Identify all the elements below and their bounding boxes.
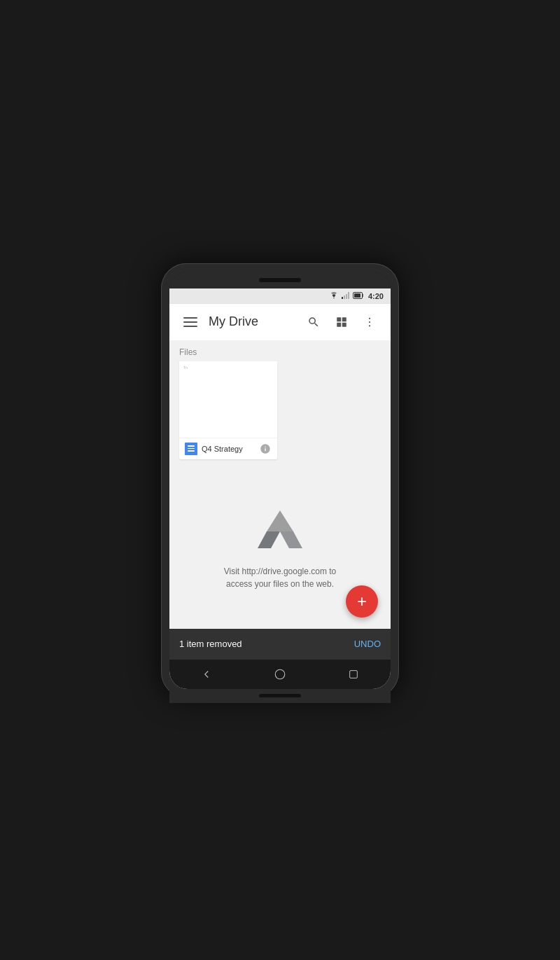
docs-line [188,448,195,450]
phone-bottom [169,689,391,703]
svg-marker-12 [267,510,293,531]
file-preview: Tn [179,361,277,438]
search-button[interactable] [302,311,325,333]
file-preview-text: Tn [183,366,188,370]
snackbar-undo-button[interactable]: UNDO [354,639,381,649]
grid-view-button[interactable] [330,311,353,333]
app-bar-actions [302,311,381,333]
fab-add-button[interactable]: + [346,585,378,618]
docs-line [188,445,195,447]
recents-button[interactable] [341,662,366,687]
docs-icon-lines [188,445,195,452]
svg-marker-10 [258,531,280,548]
fab-icon: + [357,592,367,611]
time-display: 4:20 [368,292,384,300]
svg-marker-11 [280,531,302,548]
status-icons: 4:20 [329,292,384,300]
svg-rect-5 [354,293,360,298]
docs-line [188,450,195,452]
content-area: Files Tn [169,340,391,660]
more-options-button[interactable] [358,311,381,333]
app-bar: My Drive [169,304,391,340]
nav-bar [169,660,391,689]
snackbar: 1 item removed UNDO [169,629,391,660]
home-button[interactable] [267,662,293,687]
svg-point-13 [275,669,285,679]
phone-frame: 4:20 My Drive [161,263,399,697]
menu-button[interactable] [179,311,202,333]
svg-rect-2 [346,294,347,299]
phone-notch [169,272,391,288]
hamburger-line-3 [183,326,197,327]
svg-point-7 [369,321,370,322]
files-section-label: Files [169,340,391,361]
svg-rect-14 [350,670,358,678]
file-info-button[interactable] [259,443,272,455]
drive-logo-icon [252,505,308,554]
speaker-bottom [259,694,301,697]
file-info: Q4 Strategy [179,438,277,459]
wifi-icon [329,292,339,300]
screen: 4:20 My Drive [169,288,391,689]
file-card[interactable]: Tn Q4 Strategy [179,361,277,459]
docs-icon [185,443,197,455]
files-grid: Tn Q4 Strategy [169,361,391,459]
empty-state-text: Visit http://drive.google.com to access … [210,565,350,590]
battery-icon [353,292,364,300]
phone-inner: 4:20 My Drive [169,272,391,689]
snackbar-message: 1 item removed [179,639,354,649]
page-title: My Drive [209,314,302,329]
svg-point-6 [369,317,370,319]
hamburger-line-1 [183,317,197,319]
signal-icon [342,292,350,300]
speaker [259,278,301,282]
back-button[interactable] [194,662,219,687]
svg-rect-3 [348,292,349,299]
svg-rect-1 [344,295,345,299]
status-bar: 4:20 [169,288,391,304]
svg-point-8 [369,325,370,326]
file-name: Q4 Strategy [202,445,255,453]
hamburger-line-2 [183,321,197,323]
svg-rect-0 [342,297,343,299]
